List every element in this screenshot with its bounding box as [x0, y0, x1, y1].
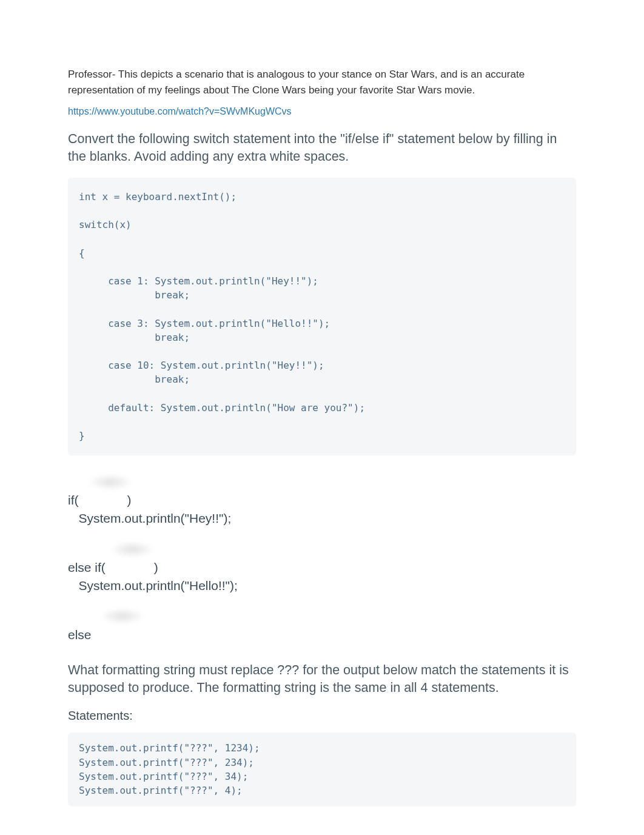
if-keyword: if(	[68, 493, 79, 507]
question-1-prompt: Convert the following switch statement i…	[68, 130, 576, 166]
statements-label: Statements:	[68, 709, 576, 723]
blur-icon	[89, 474, 132, 490]
fill-blank-answer-area: if() System.out.println("Hey!!"); else i…	[68, 473, 576, 643]
elseif-keyword: else if(	[68, 560, 106, 574]
blurred-answer	[68, 540, 576, 557]
professor-note: Professor- This depicts a scenario that …	[68, 67, 576, 98]
close-paren: )	[127, 493, 132, 507]
answer-line: System.out.println("Hey!!");	[68, 509, 576, 527]
blur-icon	[101, 608, 144, 624]
youtube-link[interactable]: https://www.youtube.com/watch?v=SWvMKugW…	[68, 106, 292, 117]
blur-icon	[110, 542, 154, 557]
close-paren: )	[154, 560, 158, 574]
code-block-switch: int x = keyboard.nextInt(); switch(x) { …	[68, 178, 576, 455]
blurred-answer	[68, 608, 576, 625]
answer-line: else if()	[68, 558, 576, 576]
page-content: Professor- This depicts a scenario that …	[0, 0, 644, 835]
else-keyword: else	[68, 626, 576, 643]
answer-line: if()	[68, 491, 576, 509]
question-2-prompt: What formatting string must replace ??? …	[68, 662, 576, 697]
code-block-printf: System.out.printf("???", 1234); System.o…	[68, 733, 576, 806]
answer-line: System.out.println("Hello!!");	[68, 577, 576, 594]
blurred-answer	[68, 473, 576, 490]
